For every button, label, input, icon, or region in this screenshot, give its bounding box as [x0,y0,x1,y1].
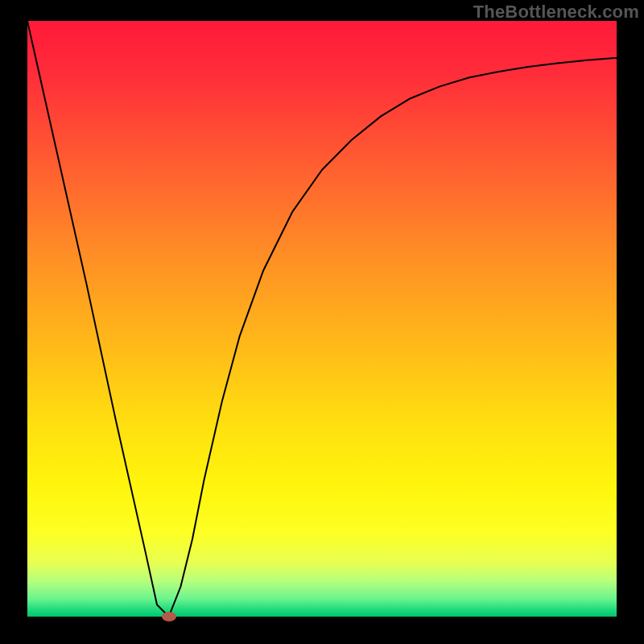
chart-frame: TheBottleneck.com [0,0,644,644]
bottleneck-curve [27,21,617,617]
watermark-text: TheBottleneck.com [473,2,639,23]
optimal-point-marker [162,612,176,621]
plot-area [27,21,617,617]
